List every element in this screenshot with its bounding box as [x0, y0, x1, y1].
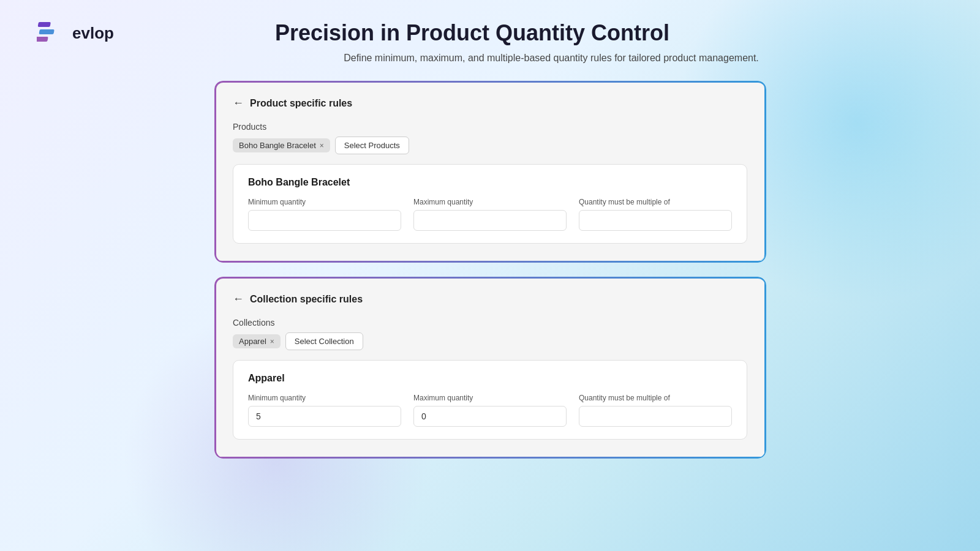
collection-quantity-grid: Minimum quantity Maximum quantity Quanti… [248, 394, 732, 427]
cards-container: ← Product specific rules Products Boho B… [214, 81, 766, 458]
product-multiple-field: Quantity must be multiple of [579, 198, 732, 231]
collection-tag-close[interactable]: × [270, 338, 274, 345]
product-details-name: Boho Bangle Bracelet [248, 177, 732, 188]
page-subtitle: Define minimum, maximum, and multiple-ba… [159, 53, 943, 64]
collection-min-field: Minimum quantity [248, 394, 401, 427]
collection-multiple-input[interactable] [579, 406, 732, 427]
collection-details-name: Apparel [248, 373, 732, 384]
product-tags-row: Boho Bangle Bracelet × Select Products [233, 137, 747, 154]
collection-min-label: Minimum quantity [248, 394, 401, 402]
product-card-title: Product specific rules [250, 98, 352, 109]
select-collection-button[interactable]: Select Collection [285, 332, 363, 350]
product-rules-card: ← Product specific rules Products Boho B… [214, 81, 766, 262]
product-details-box: Boho Bangle Bracelet Minimum quantity Ma… [233, 164, 747, 244]
product-min-input[interactable] [248, 210, 401, 231]
collection-tag: Apparel × [233, 334, 281, 348]
collection-multiple-field: Quantity must be multiple of [579, 394, 732, 427]
product-tag-label: Boho Bangle Bracelet [239, 141, 316, 150]
product-min-field: Minimum quantity [248, 198, 401, 231]
collection-rules-card: ← Collection specific rules Collections … [214, 277, 766, 458]
product-tag: Boho Bangle Bracelet × [233, 138, 330, 152]
collection-max-label: Maximum quantity [413, 394, 567, 402]
product-section-label: Products [233, 122, 747, 132]
page-title: Precision in Product Quantity Control [1, 20, 943, 46]
collection-section-label: Collections [233, 318, 747, 328]
collection-card-title: Collection specific rules [250, 294, 363, 305]
collection-tags-row: Apparel × Select Collection [233, 332, 747, 350]
product-tag-close[interactable]: × [320, 142, 324, 149]
product-max-field: Maximum quantity [413, 198, 567, 231]
collection-details-box: Apparel Minimum quantity Maximum quantit… [233, 360, 747, 440]
product-quantity-grid: Minimum quantity Maximum quantity Quanti… [248, 198, 732, 231]
select-products-button[interactable]: Select Products [335, 137, 409, 154]
collection-card-header: ← Collection specific rules [233, 293, 747, 305]
product-multiple-input[interactable] [579, 210, 732, 231]
collection-tag-label: Apparel [239, 337, 266, 346]
collection-max-input[interactable] [413, 406, 567, 427]
product-max-input[interactable] [413, 210, 567, 231]
product-back-arrow[interactable]: ← [233, 97, 244, 110]
product-card-header: ← Product specific rules [233, 97, 747, 110]
collection-min-input[interactable] [248, 406, 401, 427]
collection-max-field: Maximum quantity [413, 394, 567, 427]
product-multiple-label: Quantity must be multiple of [579, 198, 732, 206]
product-max-label: Maximum quantity [413, 198, 567, 206]
collection-multiple-label: Quantity must be multiple of [579, 394, 732, 402]
product-min-label: Minimum quantity [248, 198, 401, 206]
collection-back-arrow[interactable]: ← [233, 293, 244, 305]
